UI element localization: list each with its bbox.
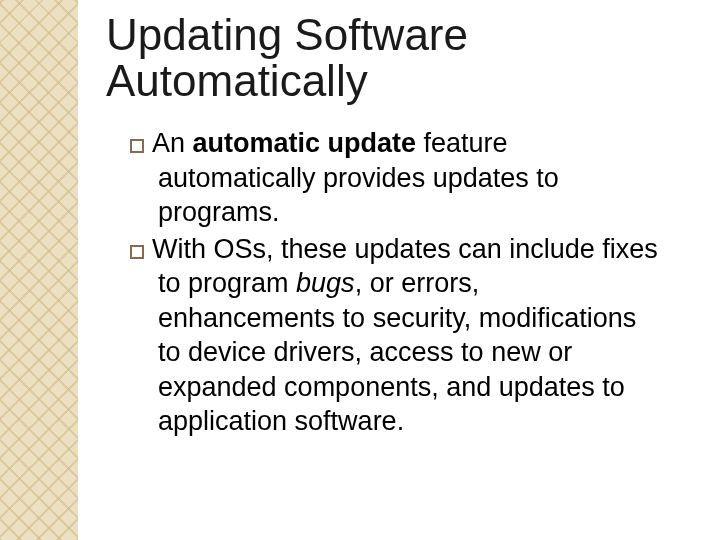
- slide-body: An automatic update feature automaticall…: [130, 126, 660, 441]
- decorative-left-band: [0, 0, 78, 540]
- square-bullet-icon: [130, 139, 144, 153]
- bullet-item: With OSs, these updates can include fixe…: [130, 232, 660, 439]
- slide: Updating Software Automatically An autom…: [0, 0, 720, 540]
- slide-title: Updating Software Automatically: [106, 12, 690, 104]
- bullet-item: An automatic update feature automaticall…: [130, 126, 660, 230]
- square-bullet-icon: [130, 245, 144, 259]
- bullet-text-bold: automatic update: [193, 128, 417, 158]
- bullet-text-italic: bugs: [296, 268, 355, 298]
- bullet-text-pre: An: [152, 128, 193, 158]
